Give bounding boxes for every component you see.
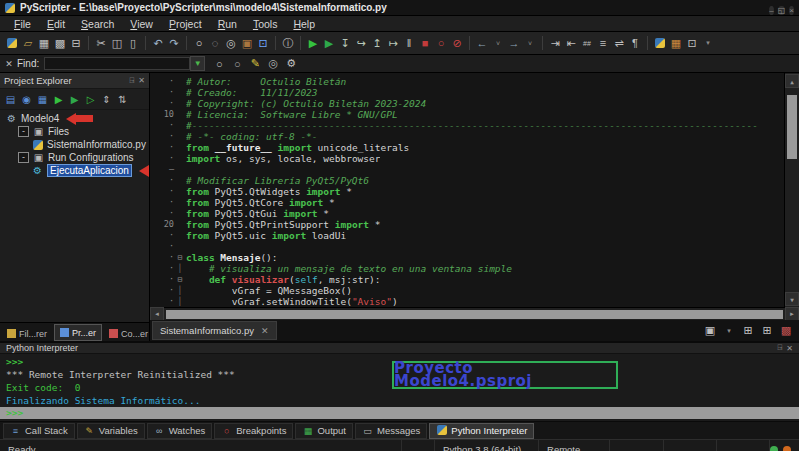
save-project-icon[interactable]: ▦ [35, 92, 50, 107]
expander-icon[interactable]: - [18, 126, 29, 137]
scroll-left-icon[interactable]: ◄ [150, 307, 164, 321]
new-file-icon[interactable] [4, 35, 20, 51]
toggle-breakpoint-icon[interactable]: ○ [433, 35, 449, 51]
interpreter-pin-icon[interactable]: ⍈ [777, 343, 782, 353]
project-tree[interactable]: ⚙Modelo4-▣FilesSistemaInformatico.py-▣Ru… [0, 110, 149, 322]
scroll-right-icon[interactable]: ► [785, 307, 799, 321]
search-replace-icon[interactable]: ◎ [223, 35, 239, 51]
close-panel-icon[interactable]: ✕ [138, 76, 145, 85]
open-project-icon[interactable]: ◉ [19, 92, 34, 107]
layouts-dropdown-icon[interactable]: ▾ [700, 35, 716, 51]
expander-icon[interactable]: - [18, 152, 29, 163]
console-prompt-line[interactable]: >>> [0, 407, 799, 419]
editor-options-icon[interactable]: ▦ [668, 35, 684, 51]
editor-tab-active[interactable]: SistemaInformatico.py ✕ [152, 321, 277, 340]
save-icon[interactable]: ▦ [36, 35, 52, 51]
python-versions-icon[interactable] [652, 35, 668, 51]
pilcrow-icon[interactable]: ¶ [627, 35, 643, 51]
minimize-button[interactable]: – [769, 6, 773, 15]
add-run-config-icon[interactable]: ▶ [67, 92, 82, 107]
move-tab-next-icon[interactable]: ⊞ [740, 323, 756, 339]
find-history-dropdown-icon[interactable]: ▼ [190, 56, 205, 71]
menu-view[interactable]: View [122, 18, 161, 30]
move-tab-prev-icon[interactable]: ⊞ [759, 323, 775, 339]
menu-file[interactable]: File [6, 18, 39, 30]
find-close-icon[interactable]: ✕ [3, 59, 15, 69]
panel-tab-messages[interactable]: ▭Messages [355, 423, 427, 439]
layouts-icon[interactable]: ⊡ [684, 35, 700, 51]
undo-icon[interactable]: ↶ [150, 35, 166, 51]
panel-tab-watches[interactable]: ∞Watches [147, 423, 213, 439]
close-button[interactable]: × [789, 6, 794, 15]
indent-icon[interactable]: ⇥ [547, 35, 563, 51]
word-wrap-icon[interactable]: ⇌ [611, 35, 627, 51]
highlight-all-icon[interactable]: ✎ [247, 56, 263, 72]
stop-icon[interactable]: ■ [417, 35, 433, 51]
debug-icon[interactable]: ▶ [321, 35, 337, 51]
tree-item-modelo4[interactable]: ⚙Modelo4 [0, 112, 149, 125]
run-project-icon[interactable]: ▷ [83, 92, 98, 107]
restore-button[interactable]: ◱ [778, 6, 786, 15]
forward-dropdown-icon[interactable]: ˅ [522, 35, 538, 51]
navigate-forward-icon[interactable]: → [506, 35, 522, 51]
tab-close-icon[interactable]: ✕ [261, 326, 269, 336]
menu-help[interactable]: Help [285, 18, 323, 30]
menu-search[interactable]: Search [73, 18, 122, 30]
open-file-icon[interactable]: ▱ [20, 35, 36, 51]
panel-tab-call-stack[interactable]: ≡Call Stack [3, 423, 75, 439]
code-editor[interactable]: ·# Autor: Octulio Biletán·# Creado: 11/1… [150, 73, 799, 307]
find-in-files-icon[interactable]: ⊡ [255, 35, 271, 51]
scroll-down-icon[interactable]: ▼ [785, 292, 799, 306]
info-icon[interactable]: ⓘ [280, 35, 296, 51]
tree-item-run-configurations[interactable]: -▣Run Configurations [0, 151, 149, 164]
find-input[interactable] [44, 57, 190, 70]
vertical-scroll-thumb[interactable] [787, 95, 797, 159]
editor-horizontal-scrollbar[interactable]: ◄ ► [150, 307, 799, 320]
tab-list-icon[interactable]: ▣ [702, 323, 718, 339]
save-all-icon[interactable]: ▩ [52, 35, 68, 51]
special-chars-icon[interactable]: ## [579, 35, 595, 51]
run-to-cursor-icon[interactable]: ↦ [385, 35, 401, 51]
clear-breakpoints-icon[interactable]: ⊘ [449, 35, 465, 51]
explorer-tab-filrer[interactable]: Fil...rer [2, 326, 52, 341]
add-files-icon[interactable]: ▶ [51, 92, 66, 107]
browse-files-icon[interactable]: ▣ [239, 35, 255, 51]
print-icon[interactable]: ⊟ [68, 35, 84, 51]
editor-vertical-scrollbar[interactable]: ▲ ▼ [784, 73, 799, 307]
panel-tab-python-interpreter[interactable]: Python Interpreter [429, 423, 534, 439]
new-project-icon[interactable]: ▤ [3, 92, 18, 107]
copy-icon[interactable]: ◫ [109, 35, 125, 51]
panel-tab-output[interactable]: ▦Output [295, 423, 353, 439]
pause-icon[interactable]: ‖ [401, 35, 417, 51]
detach-window-icon[interactable]: ▩ [778, 323, 794, 339]
outdent-icon[interactable]: ⇤ [563, 35, 579, 51]
horizontal-scroll-thumb[interactable] [166, 310, 783, 319]
explorer-tab-coer[interactable]: Co...er [104, 326, 153, 341]
menu-tools[interactable]: Tools [245, 18, 286, 30]
tree-item-files[interactable]: -▣Files [0, 125, 149, 138]
search-next-icon[interactable]: ◌ [207, 35, 223, 51]
panel-tab-variables[interactable]: ✎Variables [77, 423, 145, 439]
incremental-search-icon[interactable]: ◎ [265, 56, 281, 72]
step-out-icon[interactable]: ↥ [369, 35, 385, 51]
explorer-tab-prer[interactable]: Pr...er [54, 324, 102, 341]
interpreter-close-icon[interactable]: ✕ [786, 344, 793, 353]
menu-edit[interactable]: Edit [39, 18, 73, 30]
back-dropdown-icon[interactable]: ˅ [490, 35, 506, 51]
step-into-icon[interactable]: ↧ [337, 35, 353, 51]
scroll-up-icon[interactable]: ▲ [785, 74, 799, 88]
find-previous-icon[interactable]: ○ [229, 56, 245, 72]
menu-run[interactable]: Run [210, 18, 245, 30]
tree-item-ejecutaaplicacion[interactable]: ⚙EjecutaAplicacion [0, 164, 149, 177]
search-options-icon[interactable]: ⚙ [283, 56, 299, 72]
pin-icon[interactable]: ⍈ [129, 76, 134, 86]
search-icon[interactable]: ○ [191, 35, 207, 51]
run-icon[interactable]: ▶ [305, 35, 321, 51]
interpreter-console[interactable]: Proyecto Modelo4.psproj >>>*** Remote In… [0, 354, 799, 421]
line-numbers-icon[interactable]: ≡ [595, 35, 611, 51]
redo-icon[interactable]: ↷ [166, 35, 182, 51]
cut-icon[interactable]: ✂ [93, 35, 109, 51]
fold-box-icon[interactable]: ⊟ [174, 252, 186, 263]
paste-icon[interactable]: ▯ [125, 35, 141, 51]
fold-box-icon[interactable]: ⊟ [174, 274, 186, 285]
